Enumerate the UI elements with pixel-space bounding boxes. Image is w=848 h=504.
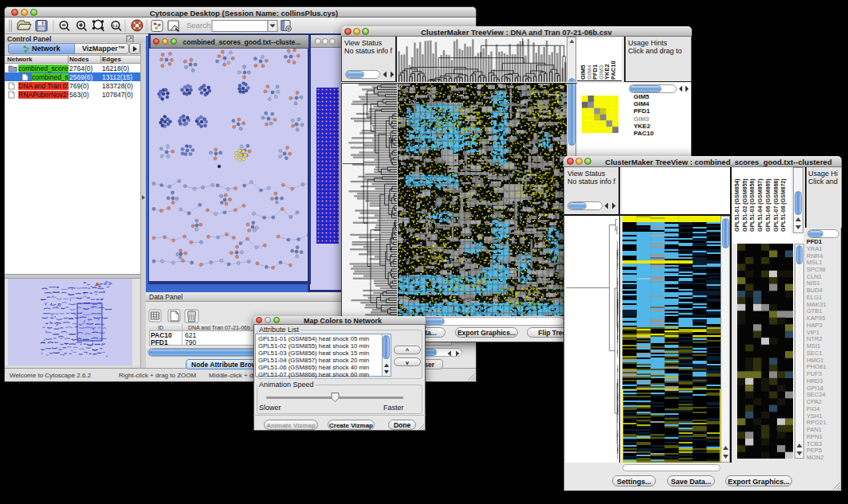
svg-text:NTR2: NTR2 bbox=[807, 335, 822, 342]
svg-text:GPL51-03 (GSM856): GPL51-03 (GSM856) bbox=[749, 178, 756, 232]
svg-text:MAK31: MAK31 bbox=[807, 301, 826, 308]
svg-text:GPL51-08 (GSM872): GPL51-08 (GSM872) bbox=[780, 178, 787, 232]
svg-text:YSH1: YSH1 bbox=[807, 412, 822, 420]
svg-text:PUF3: PUF3 bbox=[807, 370, 822, 377]
svg-text:MSL1: MSL1 bbox=[807, 259, 822, 266]
svg-text:RPN1: RPN1 bbox=[807, 433, 822, 440]
svg-text:PEP5: PEP5 bbox=[807, 447, 822, 454]
svg-text:MON2: MON2 bbox=[807, 454, 824, 461]
svg-text:ELG1: ELG1 bbox=[807, 294, 822, 301]
svg-text:GPL51-01 (GSM854): GPL51-01 (GSM854) bbox=[734, 178, 740, 232]
svg-text:Search:: Search: bbox=[186, 21, 213, 29]
svg-text:GPI16: GPI16 bbox=[807, 385, 823, 392]
svg-text:RNR4: RNR4 bbox=[807, 252, 822, 260]
svg-text:TCB3: TCB3 bbox=[807, 440, 822, 447]
svg-text:GPL51-02 (GSM855): GPL51-02 (GSM855) bbox=[742, 178, 748, 232]
svg-text:GTB1: GTB1 bbox=[807, 307, 822, 315]
svg-text:KAP95: KAP95 bbox=[807, 315, 825, 322]
svg-text:PFD1: PFD1 bbox=[807, 238, 822, 245]
svg-text:PHO81: PHO81 bbox=[807, 363, 826, 370]
svg-text:HAP3: HAP3 bbox=[807, 322, 822, 329]
svg-text:BUD4: BUD4 bbox=[807, 287, 822, 294]
svg-text:HMG1: HMG1 bbox=[807, 357, 824, 364]
svg-text:PAC10: PAC10 bbox=[610, 61, 617, 80]
svg-text:GPL51-06 (GSM865): GPL51-06 (GSM865) bbox=[765, 178, 771, 232]
svg-text:CPA2: CPA2 bbox=[807, 398, 822, 405]
svg-text:NIS1: NIS1 bbox=[807, 279, 820, 287]
svg-text:MSI1: MSI1 bbox=[807, 342, 821, 350]
svg-text:FIG4: FIG4 bbox=[807, 405, 820, 412]
svg-text:1:1: 1:1 bbox=[113, 24, 119, 28]
svg-text:YRA1: YRA1 bbox=[807, 245, 822, 252]
svg-text:CLN1: CLN1 bbox=[807, 273, 822, 280]
svg-text:RPO21: RPO21 bbox=[807, 419, 826, 426]
svg-text:VIP1: VIP1 bbox=[807, 329, 819, 336]
svg-text:SPC98: SPC98 bbox=[807, 266, 826, 273]
svg-text:SEC1: SEC1 bbox=[807, 350, 822, 357]
svg-text:HRD3: HRD3 bbox=[807, 377, 822, 385]
svg-text:SEC24: SEC24 bbox=[807, 391, 826, 398]
svg-text:GPL51-07 (GSM868): GPL51-07 (GSM868) bbox=[773, 178, 779, 232]
svg-text:PAN1: PAN1 bbox=[807, 426, 822, 433]
svg-text:GPL51-04 (GSM857): GPL51-04 (GSM857) bbox=[757, 178, 764, 232]
